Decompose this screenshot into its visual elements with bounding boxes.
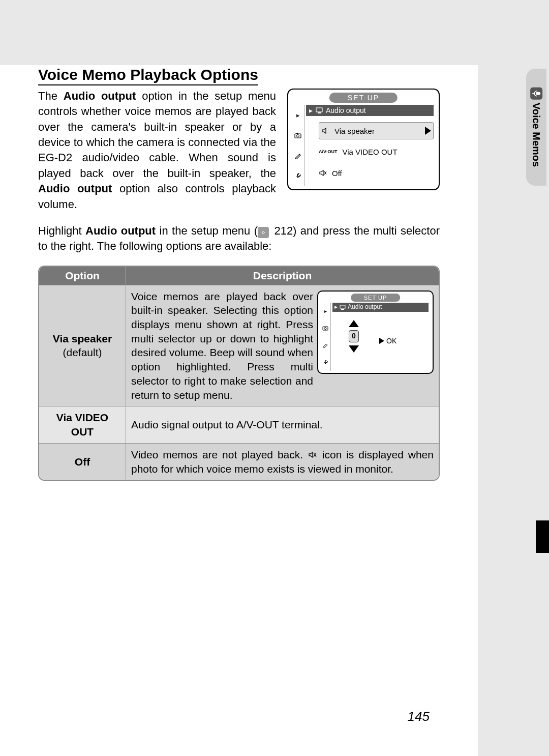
description-cell: Voice memos are played back over built-i… <box>126 285 439 406</box>
svg-rect-1 <box>318 112 321 113</box>
screen-option: Off <box>319 165 434 181</box>
mic-icon <box>530 88 542 100</box>
svg-rect-7 <box>341 309 344 310</box>
up-arrow-icon <box>349 320 359 327</box>
svg-point-9 <box>324 328 326 330</box>
description-text: Voice memos are played back over built-i… <box>131 289 313 402</box>
section-heading: Voice Memo Playback Options <box>38 66 258 85</box>
speaker-icon <box>321 127 329 135</box>
right-arrow-icon <box>379 338 384 344</box>
reference-icon <box>258 227 269 238</box>
tab-label: Voice Memos <box>531 103 542 167</box>
option-cell: Off <box>39 443 126 480</box>
pencil-icon <box>322 342 328 348</box>
instruction-paragraph: Highlight Audio output in the setup menu… <box>38 223 440 254</box>
screen-subtitle-bar: ▸ Audio output <box>306 105 434 116</box>
svg-point-5 <box>263 231 264 233</box>
description-cell: Audio signal output to A/V-OUT terminal. <box>126 406 439 443</box>
option-label: Via VIDEO OUT <box>343 148 398 156</box>
screen-sidebar: ▸ <box>291 105 305 186</box>
ok-label: OK <box>386 336 396 345</box>
options-table: Option Description Via speaker (default)… <box>38 266 440 481</box>
table-row: Via VIDEO OUT Audio signal output to A/V… <box>39 406 439 443</box>
top-grey-bar <box>0 0 478 65</box>
play-small-icon: ▸ <box>296 111 300 119</box>
speaker-mute-icon <box>319 169 327 177</box>
play-icon: ▸ <box>309 106 313 114</box>
pencil-icon <box>294 152 301 159</box>
text: The <box>38 90 64 102</box>
screen-title: SET UP <box>351 294 401 302</box>
screen-title: SET UP <box>329 93 398 103</box>
option-cell: Via VIDEO OUT <box>39 406 126 443</box>
display-icon <box>316 107 323 113</box>
svg-rect-6 <box>340 305 345 308</box>
volume-screen-illustration: SET UP ▸ Audio output ▸ <box>317 290 434 374</box>
option-default: (default) <box>63 346 102 358</box>
display-icon <box>340 305 346 310</box>
screen-sidebar: ▸ <box>320 303 331 371</box>
table-row: Via speaker (default) Voice memos are pl… <box>39 285 439 406</box>
svg-point-3 <box>297 135 299 137</box>
thumb-tab <box>536 520 549 553</box>
wrench-icon <box>294 172 301 180</box>
screen-subtitle: Audio output <box>326 106 366 114</box>
setup-screen-illustration: SET UP ▸ Audio output ▸ Via speaker A/V-… <box>287 89 440 190</box>
svg-rect-4 <box>296 133 298 134</box>
camera-icon <box>322 326 328 331</box>
chevron-right-icon <box>425 127 431 135</box>
bold-term: Audio output <box>85 224 156 237</box>
option-label: Off <box>332 169 342 178</box>
screen-option-selected: Via speaker <box>319 122 434 139</box>
option-cell: Via speaker (default) <box>39 285 126 406</box>
option-name: Via speaker <box>53 333 112 344</box>
text: Video memos are not played back. <box>131 449 308 460</box>
screen-subtitle: Audio output <box>348 303 382 311</box>
bold-term: Audio output <box>64 90 136 102</box>
description-cell: Video memos are not played back. icon is… <box>126 443 439 480</box>
volume-value: 0 <box>349 330 359 342</box>
down-arrow-icon <box>349 345 359 353</box>
column-header-option: Option <box>39 267 126 285</box>
play-small-icon: ▸ <box>324 308 327 314</box>
option-name: Off <box>75 456 90 468</box>
speaker-mute-icon <box>308 450 318 459</box>
text: in the setup menu ( <box>156 224 258 237</box>
text: option in the setup menu controls whethe… <box>38 90 276 180</box>
option-label: Via speaker <box>334 127 375 135</box>
svg-rect-10 <box>536 92 540 95</box>
screen-subtitle-bar: ▸ Audio output <box>332 303 429 312</box>
avout-icon: A/V-OUT <box>319 149 338 154</box>
intro-text: The Audio output option in the setup men… <box>38 89 276 212</box>
volume-control: 0 <box>349 320 359 353</box>
ok-indicator: OK <box>379 336 396 345</box>
text: Highlight <box>38 224 85 237</box>
table-row: Off Video memos are not played back. ico… <box>39 443 439 480</box>
play-icon: ▸ <box>334 303 338 311</box>
bold-term: Audio output <box>38 182 112 195</box>
camera-icon <box>294 132 301 138</box>
page-number: 145 <box>408 709 430 724</box>
screen-option: A/V-OUT Via VIDEO OUT <box>319 143 434 160</box>
table-header-row: Option Description <box>39 267 439 285</box>
manual-page: Voice Memo Playback Options The Audio ou… <box>0 0 478 756</box>
wrench-icon <box>322 359 328 365</box>
intro-block: The Audio output option in the setup men… <box>38 89 440 212</box>
section-tab: Voice Memos <box>526 69 546 186</box>
svg-rect-0 <box>316 108 322 112</box>
option-name: Via VIDEO OUT <box>56 412 108 438</box>
column-header-description: Description <box>126 267 439 285</box>
